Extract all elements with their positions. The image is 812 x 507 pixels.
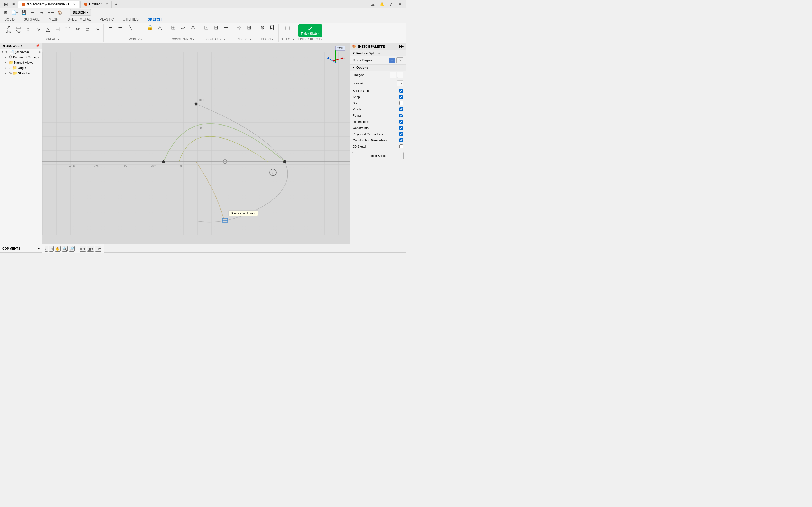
apps-menu-button[interactable]: ⊞	[2, 1, 9, 8]
design-dropdown-button[interactable]: DESIGN ▾	[70, 9, 91, 16]
linetype-solid-button[interactable]: —	[390, 72, 396, 78]
view-mode-button[interactable]: ⊞▾	[80, 246, 86, 251]
comments-expand-icon[interactable]: +	[38, 247, 40, 250]
tab-close-button[interactable]: ×	[73, 2, 75, 6]
finish-sketch-palette-button[interactable]: Finish Sketch	[352, 152, 404, 159]
constraints-more[interactable]: ✕	[188, 24, 197, 31]
arc-button[interactable]: ⌒	[63, 26, 72, 33]
snap-checkbox[interactable]	[399, 95, 403, 99]
pan-button[interactable]: ✋	[55, 246, 61, 251]
browser-item-root[interactable]: ▼ 👁 📄 (Unsaved) ●	[0, 49, 42, 54]
3d-sketch-checkbox[interactable]	[399, 145, 403, 149]
grid-display-button[interactable]: ⊟▾	[95, 246, 101, 251]
window-menu-button[interactable]: ≡	[396, 1, 404, 7]
first-frame-button[interactable]: ⏮	[1, 253, 7, 254]
new-tab-button[interactable]: +	[113, 1, 119, 8]
inspect-btn[interactable]: ⊹	[235, 24, 244, 31]
dimensions-checkbox[interactable]	[399, 120, 403, 124]
redo2-button[interactable]: ↪↪	[47, 9, 54, 16]
linetype-dashed-button[interactable]: □	[397, 72, 403, 78]
view-cube[interactable]: Y X Z TOP	[326, 46, 345, 65]
para-btn[interactable]: ▱	[179, 24, 188, 31]
next-frame-button[interactable]: ▶|	[23, 253, 29, 254]
select-btn[interactable]: ⬚	[283, 24, 292, 31]
axis-button[interactable]: ⊢	[106, 24, 115, 31]
rect-button[interactable]: ▭Rect	[14, 24, 23, 34]
diag-button[interactable]: ╲	[126, 24, 135, 31]
slice-checkbox[interactable]	[399, 101, 403, 105]
sketch-grid-checkbox[interactable]	[399, 89, 403, 93]
triangle-button[interactable]: △	[43, 26, 52, 33]
construction-geometries-checkbox[interactable]	[399, 138, 403, 142]
profile-checkbox[interactable]	[399, 107, 403, 111]
sketches-eye-icon[interactable]: 👁	[9, 71, 12, 75]
tab-close-button2[interactable]: ×	[106, 2, 108, 6]
prev-frame-button[interactable]: ◀	[8, 253, 15, 254]
canvas-area[interactable]: 100 50 -250 -200 -150 -100 -50	[42, 43, 350, 244]
timeline-button[interactable]: 📋	[38, 253, 44, 254]
spline-uniform-button[interactable]: ▭	[389, 58, 395, 63]
tab-utilities[interactable]: UTILITIES	[118, 16, 143, 23]
last-frame-button[interactable]: ⏭	[31, 253, 37, 254]
fit-button[interactable]: ⊡	[49, 246, 54, 251]
home-nav-button[interactable]: ⌂	[45, 246, 48, 251]
settings-button[interactable]: ⚙	[399, 253, 405, 254]
tab-surface[interactable]: SURFACE	[19, 16, 44, 23]
origin-expand-icon[interactable]: ▶	[4, 66, 8, 69]
browser-item-doc-settings[interactable]: ▶ ⚙ Document Settings	[0, 54, 42, 60]
scale-button[interactable]: △	[155, 24, 164, 31]
tab-sheet-metal[interactable]: SHEET METAL	[63, 16, 95, 23]
save-button[interactable]: 💾	[20, 9, 27, 16]
offset-button[interactable]: ⊃	[83, 26, 92, 33]
lines-button[interactable]: ☰	[116, 24, 125, 31]
root-expand-icon[interactable]: ▼	[1, 50, 4, 53]
insert-btn[interactable]: ⊕	[258, 24, 267, 31]
trim-button[interactable]: ✂	[73, 26, 82, 33]
root-eye-icon[interactable]: 👁	[5, 50, 8, 54]
tab-untitled[interactable]: Untitled* ×	[80, 1, 112, 8]
image-btn[interactable]: 🖼	[267, 24, 276, 31]
zoom-in-button[interactable]: 🔍	[62, 246, 68, 251]
browser-collapse-icon[interactable]: ◀	[2, 44, 4, 48]
look-at-button[interactable]: 🖵	[397, 80, 403, 87]
named-views-expand-icon[interactable]: ▶	[4, 61, 8, 64]
grid-btn[interactable]: ⊞	[168, 24, 177, 31]
sketches-expand-icon[interactable]: ▶	[4, 72, 8, 75]
inspect-grid-btn[interactable]: ⊞	[245, 24, 253, 31]
tab-plastic[interactable]: PLASTIC	[95, 16, 118, 23]
link-btn[interactable]: ⊢	[221, 24, 231, 31]
projected-geometries-checkbox[interactable]	[399, 132, 403, 136]
line-button[interactable]: ↗Line	[4, 24, 13, 34]
slot-button[interactable]: ⊣	[53, 26, 62, 33]
file-dropdown-button[interactable]: 📄▾	[11, 9, 18, 16]
redo-button[interactable]: ↪	[38, 9, 45, 16]
circle-button[interactable]: ○	[24, 26, 33, 33]
finish-sketch-ribbon-button[interactable]: ✓ Finish Sketch	[298, 24, 322, 37]
browser-item-origin[interactable]: ▶ ◎ 📁 Origin	[0, 65, 42, 70]
help-button[interactable]: ?	[387, 1, 395, 7]
perp-button[interactable]: ⊥	[136, 24, 145, 31]
config-btn[interactable]: ⊡	[202, 24, 211, 31]
apps-grid-button[interactable]: ⊞	[2, 9, 9, 16]
browser-item-named-views[interactable]: ▶ 📁 Named Views	[0, 60, 42, 65]
browser-item-sketches[interactable]: ▶ 👁 📁 Sketches	[0, 70, 42, 76]
lock-button[interactable]: 🔒	[146, 24, 154, 31]
home-button[interactable]: 🏠	[56, 9, 63, 16]
tab-mesh[interactable]: MESH	[44, 16, 63, 23]
constraints-checkbox[interactable]	[399, 126, 403, 130]
tab-fab-academy[interactable]: fab academy- lampshade v1 ×	[18, 1, 79, 8]
feature-options-header[interactable]: ▼ Feature Options	[350, 50, 406, 56]
tab-solid[interactable]: SOLID	[0, 16, 19, 23]
tab-sketch[interactable]: SKETCH	[143, 16, 166, 23]
undo-button[interactable]: ↩	[29, 9, 36, 16]
palette-expand-icon[interactable]: ▶▶	[399, 45, 404, 48]
origin-eye-icon[interactable]: ◎	[9, 66, 11, 69]
options-header[interactable]: ▼ Options	[350, 64, 406, 71]
zoom-out-button[interactable]: 🔎	[69, 246, 75, 251]
cloud-button[interactable]: ☁	[369, 1, 377, 7]
display-mode-button[interactable]: ▣▾	[87, 246, 94, 251]
view-cube-face-label[interactable]: TOP	[335, 46, 345, 51]
browser-pin-icon[interactable]: 📌	[36, 44, 40, 48]
spline-button[interactable]: ∿	[34, 26, 43, 33]
play-button[interactable]: ▶	[16, 253, 22, 254]
